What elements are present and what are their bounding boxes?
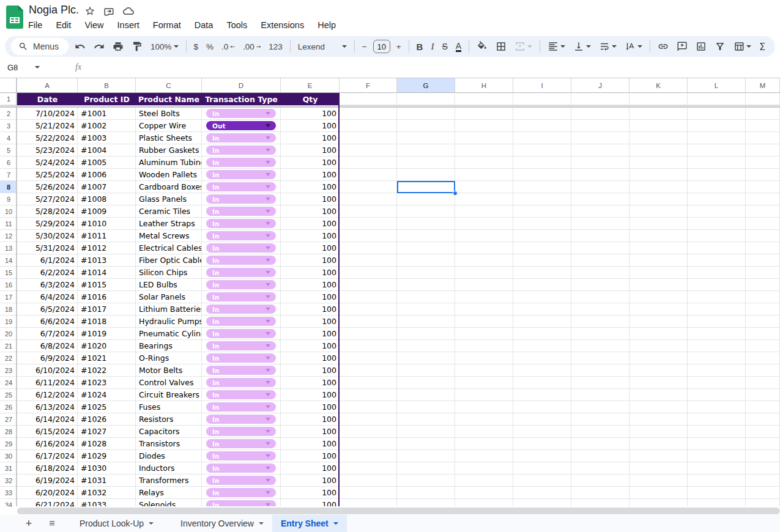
font-family-select[interactable]: Lexend bbox=[296, 40, 349, 53]
empty-cell[interactable] bbox=[513, 462, 571, 475]
empty-cell[interactable] bbox=[397, 426, 455, 438]
transaction-type-dropdown[interactable]: In bbox=[206, 500, 276, 506]
empty-cell[interactable] bbox=[513, 377, 571, 389]
transaction-type-dropdown[interactable]: In bbox=[206, 194, 276, 204]
row-header-19[interactable]: 19 bbox=[0, 316, 17, 328]
menus-search-button[interactable]: Menus bbox=[11, 38, 69, 55]
empty-cell[interactable] bbox=[746, 291, 780, 303]
row-header-12[interactable]: 12 bbox=[0, 230, 17, 242]
empty-cell[interactable] bbox=[688, 438, 746, 450]
transaction-type-dropdown[interactable]: In bbox=[206, 219, 276, 228]
empty-cell[interactable] bbox=[455, 352, 513, 364]
empty-cell[interactable] bbox=[571, 499, 630, 506]
transaction-type-dropdown[interactable]: In bbox=[206, 256, 276, 265]
empty-cell[interactable] bbox=[571, 389, 630, 401]
menu-insert[interactable]: Insert bbox=[117, 20, 139, 30]
empty-cell[interactable] bbox=[630, 108, 688, 120]
zoom-control[interactable]: 100% bbox=[149, 40, 180, 53]
empty-cell[interactable] bbox=[455, 401, 513, 413]
transaction-type-dropdown[interactable]: In bbox=[206, 366, 276, 375]
empty-cell[interactable] bbox=[746, 316, 780, 328]
empty-cell[interactable] bbox=[340, 413, 397, 426]
product-id-cell[interactable]: #1008 bbox=[78, 193, 136, 205]
date-cell[interactable]: 5/26/2024 bbox=[17, 181, 78, 193]
date-cell[interactable]: 7/10/2024 bbox=[17, 108, 78, 120]
empty-cell[interactable] bbox=[630, 499, 688, 506]
empty-cell[interactable] bbox=[571, 291, 630, 303]
empty-cell[interactable] bbox=[397, 108, 455, 120]
menu-edit[interactable]: Edit bbox=[56, 20, 71, 30]
empty-cell[interactable] bbox=[340, 499, 397, 506]
empty-cell[interactable] bbox=[630, 230, 688, 242]
qty-cell[interactable]: 100 bbox=[281, 218, 340, 230]
date-cell[interactable]: 6/12/2024 bbox=[17, 389, 78, 401]
empty-cell[interactable] bbox=[571, 328, 630, 340]
empty-cell[interactable] bbox=[630, 193, 688, 205]
product-id-cell[interactable]: #1011 bbox=[78, 230, 136, 242]
empty-cell[interactable] bbox=[571, 316, 630, 328]
menu-help[interactable]: Help bbox=[318, 20, 336, 30]
row-header-24[interactable]: 24 bbox=[0, 377, 17, 389]
product-id-cell[interactable]: #1010 bbox=[78, 218, 136, 230]
empty-cell[interactable] bbox=[397, 193, 455, 205]
product-id-cell[interactable]: #1033 bbox=[78, 499, 136, 506]
empty-cell[interactable] bbox=[746, 487, 780, 499]
decrease-decimal-button[interactable]: .0← bbox=[220, 40, 237, 53]
empty-cell[interactable] bbox=[340, 144, 397, 157]
table-header-cell[interactable]: Date bbox=[17, 93, 78, 105]
empty-cell[interactable] bbox=[513, 426, 571, 438]
date-cell[interactable]: 6/6/2024 bbox=[17, 316, 78, 328]
empty-cell[interactable] bbox=[340, 181, 397, 193]
product-name-cell[interactable]: Plastic Sheets bbox=[136, 132, 202, 144]
empty-cell[interactable] bbox=[571, 144, 630, 157]
empty-cell[interactable] bbox=[340, 132, 397, 144]
empty-cell[interactable] bbox=[746, 181, 780, 193]
empty-cell[interactable] bbox=[397, 352, 455, 364]
row-header-18[interactable]: 18 bbox=[0, 303, 17, 316]
empty-cell[interactable] bbox=[746, 144, 780, 157]
empty-cell[interactable] bbox=[746, 267, 780, 279]
product-id-cell[interactable]: #1005 bbox=[78, 157, 136, 169]
empty-cell[interactable] bbox=[746, 413, 780, 426]
empty-cell[interactable] bbox=[340, 93, 397, 105]
sheet-tab-entry-sheet[interactable]: Entry Sheet bbox=[272, 515, 347, 532]
empty-cell[interactable] bbox=[455, 144, 513, 157]
product-name-cell[interactable]: Transformers bbox=[136, 475, 202, 487]
empty-cell[interactable] bbox=[455, 279, 513, 291]
empty-cell[interactable] bbox=[397, 230, 455, 242]
horizontal-scrollbar[interactable] bbox=[17, 508, 780, 514]
format-currency-button[interactable]: $ bbox=[192, 40, 201, 53]
text-rotation-button[interactable] bbox=[623, 39, 644, 54]
row-header-15[interactable]: 15 bbox=[0, 267, 17, 279]
functions-button[interactable]: Σ bbox=[757, 39, 767, 54]
empty-cell[interactable] bbox=[571, 242, 630, 254]
empty-cell[interactable] bbox=[630, 487, 688, 499]
empty-cell[interactable] bbox=[340, 475, 397, 487]
empty-cell[interactable] bbox=[340, 169, 397, 181]
insert-link-button[interactable] bbox=[656, 39, 670, 54]
qty-cell[interactable]: 100 bbox=[281, 230, 340, 242]
empty-cell[interactable] bbox=[455, 218, 513, 230]
product-id-cell[interactable]: #1029 bbox=[78, 450, 136, 462]
qty-cell[interactable]: 100 bbox=[281, 303, 340, 316]
empty-cell[interactable] bbox=[630, 377, 688, 389]
product-name-cell[interactable]: Capacitors bbox=[136, 426, 202, 438]
empty-cell[interactable] bbox=[688, 205, 746, 218]
empty-cell[interactable] bbox=[513, 267, 571, 279]
empty-cell[interactable] bbox=[688, 340, 746, 352]
table-header-cell[interactable]: Product Name bbox=[136, 93, 202, 105]
empty-cell[interactable] bbox=[688, 291, 746, 303]
row-header-10[interactable]: 10 bbox=[0, 205, 17, 218]
empty-cell[interactable] bbox=[630, 267, 688, 279]
increase-font-size-button[interactable]: + bbox=[395, 40, 403, 53]
qty-cell[interactable]: 100 bbox=[281, 181, 340, 193]
empty-cell[interactable] bbox=[571, 108, 630, 120]
empty-cell[interactable] bbox=[746, 462, 780, 475]
empty-cell[interactable] bbox=[746, 279, 780, 291]
format-percent-button[interactable]: % bbox=[204, 40, 215, 53]
empty-cell[interactable] bbox=[746, 426, 780, 438]
date-cell[interactable]: 5/23/2024 bbox=[17, 144, 78, 157]
create-filter-button[interactable] bbox=[713, 39, 727, 54]
cloud-saved-icon[interactable] bbox=[122, 6, 135, 17]
product-name-cell[interactable]: Bearings bbox=[136, 340, 202, 352]
